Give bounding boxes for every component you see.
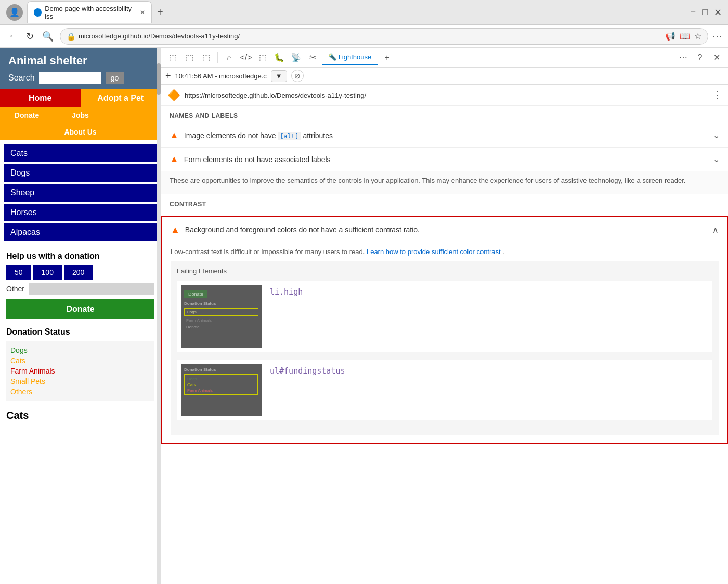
- animal-list: Cats Dogs Sheep Horses Alpacas: [0, 140, 161, 247]
- donation-amounts: 50 100 200: [6, 265, 154, 280]
- nav-home[interactable]: Home: [0, 89, 81, 107]
- dt-scissors-icon[interactable]: ✂: [305, 50, 320, 65]
- audit-item-alt-header[interactable]: ▲ Image elements do not have [alt] attri…: [161, 124, 728, 147]
- contrast-desc-after: .: [502, 248, 504, 256]
- audit-url-warning-icon: 🔶: [167, 89, 180, 101]
- dt-tab-label: Lighthouse: [339, 53, 372, 61]
- alt-code: [alt]: [278, 132, 301, 140]
- animal-dogs[interactable]: Dogs: [4, 164, 157, 182]
- browser-more-icon[interactable]: ⋯: [712, 31, 722, 42]
- address-bar[interactable]: 🔒 microsoftedge.github.io/Demos/devtools…: [60, 28, 708, 45]
- search-go-btn[interactable]: go: [106, 72, 124, 84]
- devtools-audit-url: 🔶 https://microsoftedge.github.io/Demos/…: [161, 85, 728, 106]
- devtools-toolbar: ⬚ ⬚ ⬚ ⌂ </> ⬚ 🐛 📡 ✂ 🔦 Lighthouse + ⋯ ? ✕: [161, 48, 728, 68]
- back-btn[interactable]: ←: [6, 29, 20, 44]
- refresh-btn[interactable]: ↻: [24, 29, 36, 44]
- audit-url-more-icon[interactable]: ⋮: [712, 89, 722, 101]
- tab-close-btn[interactable]: ✕: [140, 9, 145, 16]
- other-amount-row: Other: [6, 283, 154, 295]
- dt-separator-1: [217, 52, 218, 63]
- contrast-warning-icon: ▲: [171, 224, 180, 235]
- audit-url-text: https://microsoftedge.github.io/Demos/de…: [185, 91, 708, 99]
- dt-tab-lighthouse[interactable]: 🔦 Lighthouse: [322, 50, 378, 65]
- contrast-description: Low-contrast text is difficult or imposs…: [162, 243, 727, 261]
- nav-jobs[interactable]: Jobs: [54, 107, 107, 124]
- donation-section: Help us with a donation 50 100 200 Other…: [0, 247, 161, 323]
- audit-item-labels-header[interactable]: ▲ Form elements do not have associated l…: [161, 148, 728, 171]
- dt-close-devtools[interactable]: ✕: [709, 50, 724, 65]
- dt-help-icon[interactable]: ?: [693, 50, 707, 65]
- audit-text-2: Form elements do not have associated lab…: [184, 155, 708, 164]
- search-browser-btn[interactable]: 🔍: [40, 29, 56, 44]
- search-input[interactable]: [39, 72, 101, 84]
- maximize-btn[interactable]: □: [702, 7, 708, 18]
- audit-item-alt: ▲ Image elements do not have [alt] attri…: [161, 124, 728, 148]
- left-scrollbar[interactable]: [157, 48, 161, 584]
- audit-text-1: Image elements do not have [alt] attribu…: [184, 131, 708, 140]
- user-avatar: 👤: [6, 4, 23, 21]
- status-dogs: Dogs: [10, 345, 150, 355]
- thumb2-cats: Cats: [187, 382, 255, 388]
- donation-title: Help us with a donation: [6, 251, 154, 261]
- new-tab-btn[interactable]: +: [153, 4, 167, 20]
- site-search-row: Search go: [8, 72, 152, 84]
- os-window-controls: − □ ✕: [691, 7, 722, 18]
- dt-inspect-icon[interactable]: ⬚: [165, 50, 180, 65]
- browser-actions: ⋯: [712, 31, 722, 42]
- dt-add-tab-icon[interactable]: +: [380, 50, 394, 65]
- dt-bug-icon[interactable]: 🐛: [272, 50, 287, 65]
- nav-about[interactable]: About Us: [54, 124, 107, 140]
- status-others: Others: [10, 387, 150, 397]
- dt-responsive-icon[interactable]: ⬚: [182, 50, 197, 65]
- nav-donate[interactable]: Donate: [0, 107, 54, 124]
- thumb-dogs: Dogs: [184, 308, 258, 316]
- failing-thumbnail-1: Donate Donation Status Dogs Farm Animals…: [181, 285, 262, 348]
- other-amount-input[interactable]: [29, 283, 154, 295]
- close-btn[interactable]: ✕: [714, 7, 722, 18]
- audit-warning-icon-1: ▲: [170, 130, 179, 141]
- donate-btn[interactable]: Donate: [6, 299, 154, 319]
- minimize-btn[interactable]: −: [691, 7, 696, 18]
- devtools-url-bar: + 10:41:56 AM - microsoftedge.c ▼ ⊘: [161, 68, 728, 85]
- thumb2-status: Donation Status: [184, 367, 258, 372]
- failing-selector-2: ul#fundingstatus: [270, 364, 345, 376]
- animal-cats[interactable]: Cats: [4, 144, 157, 162]
- url-text: microsoftedge.github.io/Demos/devtools-a…: [79, 32, 240, 40]
- devtools-content[interactable]: NAMES AND LABELS ▲ Image elements do not…: [161, 106, 728, 584]
- dt-network-icon[interactable]: 📡: [289, 50, 303, 65]
- site-header: Animal shelter Search go: [0, 48, 161, 89]
- dt-url-dropdown[interactable]: ▼: [271, 70, 287, 82]
- active-tab[interactable]: Demo page with accessibility iss ✕: [27, 1, 152, 23]
- dt-more-actions: ⋯ ? ✕: [676, 50, 724, 65]
- thumb-status-title: Donation Status: [184, 301, 258, 306]
- learn-contrast-link[interactable]: Learn how to provide sufficient color co…: [367, 248, 501, 256]
- contrast-item-header[interactable]: ▲ Background and foreground colors do no…: [162, 217, 727, 243]
- lighthouse-icon: 🔦: [328, 53, 336, 61]
- dt-home-icon[interactable]: ⌂: [222, 50, 237, 65]
- status-list: Dogs Cats Farm Animals Small Pets Others: [6, 341, 154, 401]
- animal-alpacas[interactable]: Alpacas: [4, 223, 157, 241]
- tab-title: Demo page with accessibility iss: [45, 5, 137, 20]
- amount-100[interactable]: 100: [33, 265, 62, 280]
- dt-clear-btn[interactable]: ⊘: [291, 70, 304, 82]
- failing-thumbnail-2: Donation Status Dogs Cats Farm Animals: [181, 364, 262, 416]
- dt-more-icon[interactable]: ⋯: [676, 50, 691, 65]
- address-icons: 📢 📖 ☆: [665, 31, 701, 41]
- animal-sheep[interactable]: Sheep: [4, 184, 157, 202]
- dt-add-btn[interactable]: +: [165, 71, 171, 82]
- amount-50[interactable]: 50: [6, 265, 31, 280]
- animal-horses[interactable]: Horses: [4, 204, 157, 221]
- audit-warning-icon-2: ▲: [170, 154, 179, 165]
- dt-console-icon[interactable]: ⬚: [255, 50, 270, 65]
- dt-source-icon[interactable]: </>: [239, 50, 253, 65]
- amount-200[interactable]: 200: [64, 265, 93, 280]
- tab-favicon: [34, 8, 42, 17]
- nav-adopt[interactable]: Adopt a Pet: [81, 89, 161, 107]
- contrast-text: Background and foreground colors do not …: [185, 225, 707, 234]
- contrast-desc-before: Low-contrast text is difficult or imposs…: [171, 248, 367, 256]
- failing-elements-section: Failing Elements Donate Donation Status …: [171, 261, 719, 435]
- audit-chevron-1: ⌄: [713, 130, 720, 140]
- contrast-chevron: ∧: [712, 225, 719, 235]
- dt-panel-icon[interactable]: ⬚: [199, 50, 213, 65]
- browser-content: Animal shelter Search go Home Adopt a Pe…: [0, 48, 728, 584]
